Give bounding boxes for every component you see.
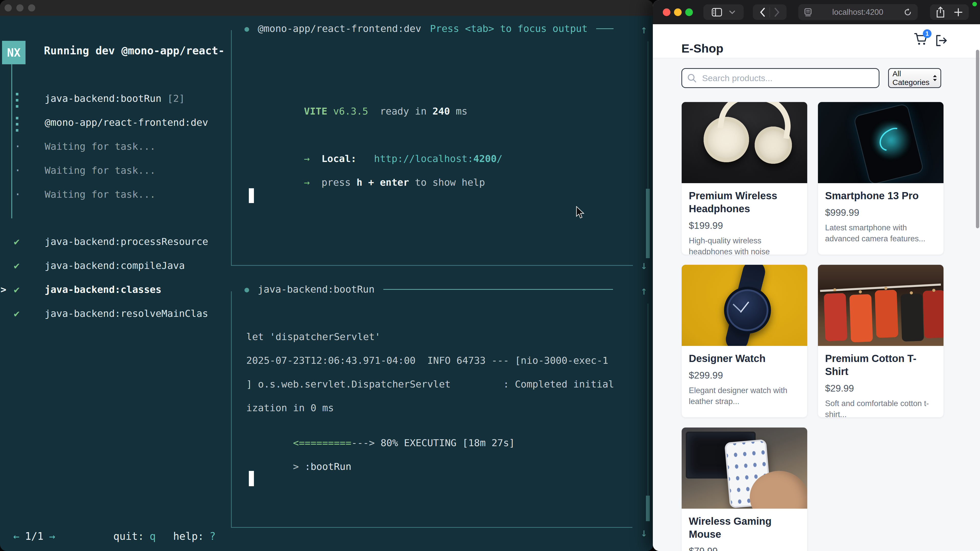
divider <box>770 7 770 17</box>
product-name: Premium Wireless Headphones <box>689 189 800 215</box>
help-label: help: <box>173 530 204 542</box>
product-image <box>682 427 807 509</box>
url-text: localhost:4200 <box>832 8 883 17</box>
product-price: $79.99 <box>689 546 800 551</box>
nx-logo: NX <box>2 41 25 64</box>
product-card[interactable]: Premium Cotton T-Shirt $29.99 Soft and c… <box>818 265 944 418</box>
waiting-dot-icon: · <box>14 188 21 201</box>
output-box-title-backend[interactable]: ● java-backend:bootRun <box>245 284 613 295</box>
close-window-icon[interactable] <box>663 8 670 16</box>
search-input[interactable] <box>681 68 880 88</box>
output-box-border <box>231 291 232 527</box>
scrollbar-track <box>648 303 649 521</box>
back-icon[interactable] <box>759 7 765 17</box>
terminal-cursor <box>249 471 254 486</box>
task-row-running[interactable]: java-backend:bootRun [2] <box>0 88 230 112</box>
screen-indicator-dot <box>972 2 977 6</box>
task-row-waiting[interactable]: · Waiting for task... <box>0 136 230 160</box>
reader-icon[interactable] <box>804 8 812 17</box>
zoom-window-icon[interactable] <box>685 8 693 16</box>
task-row-done[interactable]: > ✔ java-backend:compileJava <box>0 256 230 279</box>
zoom-window-icon[interactable] <box>28 4 35 11</box>
terminal-titlebar[interactable] <box>0 0 653 16</box>
task-row-waiting[interactable]: · Waiting for task... <box>0 184 230 208</box>
shop-header: E-Shop 1 <box>653 24 980 59</box>
address-bar[interactable]: localhost:4200 <box>798 4 918 20</box>
vite-help-line: → press h + enter to show help <box>257 165 485 199</box>
pager-left-icon: ← <box>13 530 19 542</box>
product-card[interactable]: Wireless Gaming Mouse $79.99 High-perfor… <box>681 427 808 551</box>
terminal-window-controls[interactable] <box>5 4 35 11</box>
sidebar-button-group <box>703 4 744 20</box>
image-shape <box>833 288 836 291</box>
chevron-down-icon[interactable] <box>729 10 735 14</box>
cart-button[interactable]: 1 <box>914 32 932 50</box>
select-stepper-icon <box>932 74 937 83</box>
title-rule <box>383 289 613 290</box>
product-card[interactable]: Designer Watch $299.99 Elegant designer … <box>681 265 808 418</box>
sidebar-icon[interactable] <box>711 8 722 17</box>
scrollbar-thumb <box>646 495 650 521</box>
logout-icon <box>935 34 948 47</box>
terminal-statusbar: ←1/1→ quit:q help:? <box>0 529 231 544</box>
title-rule <box>596 28 614 29</box>
product-description: Soft and comfortable cotton t-shirt... <box>825 398 936 418</box>
check-icon: ✔ <box>14 308 20 319</box>
product-image <box>818 102 943 183</box>
task-row-done[interactable]: > ✔ java-backend:resolveMainClas <box>0 303 230 327</box>
pager-right-icon: → <box>49 530 55 542</box>
log-line: ] o.s.web.servlet.DispatcherServlet : Co… <box>246 379 614 402</box>
waiting-dot-icon: · <box>14 140 21 153</box>
product-image <box>818 265 943 346</box>
output-box-title-frontend[interactable]: ● @mono-app/react-frontend:dev Press <ta… <box>245 23 614 34</box>
new-tab-icon[interactable] <box>954 8 963 17</box>
output-box-border <box>231 265 633 266</box>
product-price: $999.99 <box>825 207 936 218</box>
shop-page: E-Shop 1 <box>653 24 980 551</box>
scrollbar-thumb <box>646 189 650 258</box>
task-row-running[interactable]: @mono-app/react-frontend:dev <box>0 112 230 136</box>
share-icon[interactable] <box>936 6 945 18</box>
arrow-icon: → <box>304 177 310 188</box>
product-card[interactable]: Smartphone 13 Pro $999.99 Latest smartph… <box>818 102 944 255</box>
arrow-icon: → <box>304 153 310 164</box>
logout-button[interactable] <box>935 34 948 48</box>
browser-window: localhost:4200 <box>653 0 980 551</box>
output-box-border <box>231 527 632 528</box>
task-row-done[interactable]: > ✔ java-backend:processResource <box>0 231 230 256</box>
vite-ready-line: VITE v6.3.5 ready in 240 ms <box>257 94 468 128</box>
minimize-window-icon[interactable] <box>16 4 24 11</box>
forward-icon[interactable] <box>774 7 780 17</box>
selected-chevron-icon: > <box>0 284 6 295</box>
image-shape <box>820 284 941 292</box>
scroll-down-icon: ↓ <box>641 526 648 539</box>
product-image <box>682 102 807 183</box>
page-scrollbar-thumb[interactable] <box>976 50 979 228</box>
task-row-waiting[interactable]: · Waiting for task... <box>0 160 230 184</box>
browser-window-controls[interactable] <box>663 8 693 16</box>
log-line: 2025-07-23T12:06:43.971-04:00 INFO 64733… <box>246 355 614 379</box>
category-select-value: All Categories <box>892 69 932 87</box>
task-row-done[interactable]: > ✔ java-backend:classes <box>0 279 230 303</box>
terminal-cursor <box>249 188 254 203</box>
toolbar-action-group <box>930 4 969 20</box>
quit-key: q <box>150 530 156 542</box>
mouse-cursor-icon <box>576 206 586 221</box>
terminal-body: NX Running dev @mono-app/react- java-bac… <box>0 16 653 551</box>
reload-icon[interactable] <box>904 8 912 17</box>
minimize-window-icon[interactable] <box>674 8 682 16</box>
image-shape <box>724 287 771 333</box>
close-window-icon[interactable] <box>5 4 12 11</box>
scroll-up-icon: ↑ <box>641 284 648 297</box>
product-description: Elegant designer watch with leather stra… <box>689 385 800 407</box>
category-select[interactable]: All Categories <box>888 68 941 88</box>
product-card[interactable]: Premium Wireless Headphones $199.99 High… <box>681 102 808 255</box>
local-url[interactable]: http://localhost:4200/ <box>374 153 503 164</box>
cart-count-badge: 1 <box>923 29 932 38</box>
product-grid: Premium Wireless Headphones $199.99 High… <box>681 102 944 551</box>
image-shape <box>824 293 847 341</box>
product-price: $29.99 <box>825 383 936 394</box>
spinner-icon <box>16 123 18 125</box>
focus-hint: Press <tab> to focus output <box>430 23 588 34</box>
output-box-border <box>231 30 232 266</box>
